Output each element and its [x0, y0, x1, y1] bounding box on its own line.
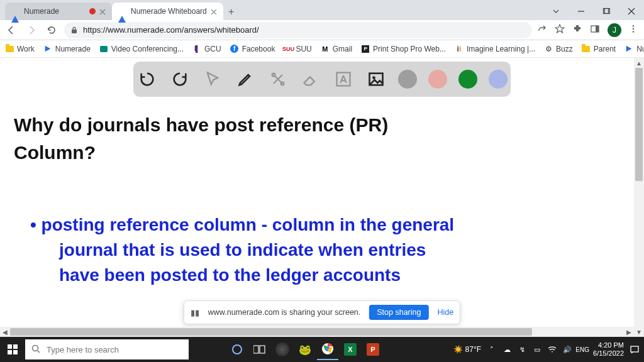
horizontal-scrollbar[interactable]: ◀ ▶ — [0, 327, 634, 337]
bookmark-numerade-portal[interactable]: Numerade Portal — [625, 45, 644, 53]
close-window-button[interactable] — [619, 3, 644, 20]
language-icon[interactable]: ENG — [578, 345, 587, 354]
bluetooth-icon[interactable]: ↯ — [518, 345, 526, 354]
color-grey[interactable] — [398, 70, 417, 89]
scroll-thumb[interactable] — [10, 328, 532, 336]
browser-tab-numerade[interactable]: Numerade — [5, 3, 112, 20]
vertical-scrollbar[interactable]: ▲ ▼ — [634, 58, 644, 337]
start-button[interactable] — [0, 337, 25, 362]
browser-tab-whiteboard[interactable]: Numerade Whiteboard — [112, 3, 223, 20]
svg-point-18 — [233, 345, 242, 354]
bookmark-gmail[interactable]: MGmail — [321, 45, 352, 53]
pen-tool[interactable] — [235, 69, 256, 90]
text-tool[interactable] — [333, 69, 354, 90]
bookmark-numerade[interactable]: Numerade — [43, 45, 91, 53]
bookmark-suu[interactable]: SUUSUU — [284, 45, 311, 53]
close-tab-icon[interactable] — [211, 8, 217, 14]
bookmark-gcu[interactable]: I▌GCU — [192, 45, 221, 53]
gcu-icon: I▌ — [192, 45, 201, 53]
chrome-icon[interactable] — [317, 339, 338, 360]
system-tray: ☀️ 87°F ˄ ☁ ↯ ▭ 🔊 ENG 4:20 PM 6/15/2022 — [453, 341, 644, 357]
excel-icon[interactable]: X — [340, 339, 361, 360]
numerade-icon — [43, 45, 52, 53]
scroll-track[interactable] — [634, 68, 644, 327]
bookmark-video-conferencing[interactable]: Video Conferencing... — [99, 45, 184, 53]
redo-button[interactable] — [169, 69, 191, 90]
hide-share-bar-button[interactable]: Hide — [437, 308, 453, 317]
star-icon[interactable] — [555, 24, 565, 36]
back-button[interactable] — [4, 23, 19, 38]
scroll-up-icon[interactable]: ▲ — [634, 58, 644, 68]
scroll-down-icon[interactable]: ▼ — [634, 327, 644, 337]
bookmark-printshop[interactable]: PPrint Shop Pro Web... — [361, 45, 446, 53]
gmail-icon: M — [321, 45, 330, 53]
svg-point-6 — [633, 28, 635, 30]
svg-point-12 — [372, 76, 375, 79]
new-tab-button[interactable]: + — [223, 4, 240, 20]
tab-title: Numerade — [24, 7, 86, 16]
svg-rect-16 — [13, 350, 18, 354]
sun-icon: ☀️ — [453, 345, 463, 354]
app-icon[interactable]: 🐸 — [294, 339, 316, 360]
share-icon[interactable] — [537, 24, 547, 36]
clock[interactable]: 4:20 PM 6/15/2022 — [593, 341, 624, 357]
svg-rect-4 — [596, 26, 599, 32]
undo-button[interactable] — [136, 69, 158, 90]
close-tab-icon[interactable] — [99, 8, 106, 14]
printshop-icon: P — [361, 45, 370, 53]
bookmark-imagine[interactable]: iiImagine Learning |... — [455, 45, 535, 53]
powerpoint-icon[interactable]: P — [362, 339, 384, 360]
color-green[interactable] — [458, 70, 477, 89]
volume-icon[interactable]: 🔊 — [563, 345, 572, 354]
weather-widget[interactable]: ☀️ 87°F — [453, 345, 481, 354]
tray-overflow-icon[interactable]: ˄ — [487, 345, 496, 354]
color-blue[interactable] — [489, 70, 508, 89]
profile-avatar[interactable]: J — [608, 23, 621, 37]
battery-icon[interactable]: ▭ — [533, 345, 541, 354]
menu-icon[interactable] — [629, 25, 638, 36]
svg-rect-1 — [605, 9, 610, 14]
svg-rect-0 — [604, 9, 609, 14]
bookmark-parent[interactable]: Parent — [582, 45, 616, 53]
task-view-icon[interactable] — [249, 339, 270, 360]
notifications-icon[interactable] — [630, 345, 639, 354]
scroll-right-icon[interactable]: ▶ — [624, 327, 634, 337]
app-icon[interactable] — [272, 339, 293, 360]
tools-button[interactable] — [267, 69, 289, 90]
extensions-icon[interactable] — [572, 24, 582, 36]
cortana-icon[interactable] — [226, 339, 248, 360]
scroll-left-icon[interactable]: ◀ — [0, 327, 10, 337]
svg-rect-2 — [72, 30, 77, 33]
folder-icon — [5, 45, 14, 53]
taskbar-search[interactable]: Type here to search — [25, 339, 189, 359]
bookmark-facebook[interactable]: fFacebook — [230, 45, 275, 53]
onedrive-icon[interactable]: ☁ — [502, 345, 511, 354]
bookmarks-bar: Work Numerade Video Conferencing... I▌GC… — [0, 40, 644, 58]
bookmark-work[interactable]: Work — [5, 45, 35, 53]
meet-icon — [99, 45, 108, 53]
scroll-track[interactable] — [10, 327, 624, 337]
stop-sharing-button[interactable]: Stop sharing — [369, 305, 428, 320]
svg-rect-10 — [337, 73, 350, 86]
eraser-tool[interactable] — [300, 69, 321, 90]
reload-button[interactable] — [44, 23, 59, 38]
scroll-thumb[interactable] — [635, 68, 643, 181]
bookmark-buzz[interactable]: ⚙Buzz — [544, 45, 573, 53]
maximize-button[interactable] — [594, 3, 619, 20]
svg-rect-23 — [631, 346, 638, 352]
folder-icon — [582, 45, 591, 53]
imagine-icon: ii — [455, 45, 464, 53]
side-panel-icon[interactable] — [590, 24, 600, 36]
window-controls — [543, 3, 644, 20]
wifi-icon[interactable] — [548, 345, 557, 354]
numerade-icon — [118, 7, 127, 16]
svg-point-5 — [633, 25, 635, 27]
chevron-down-icon[interactable] — [543, 3, 569, 20]
image-tool[interactable] — [365, 69, 387, 90]
pointer-tool[interactable] — [202, 69, 223, 90]
minimize-button[interactable] — [569, 3, 594, 20]
color-pink[interactable] — [428, 70, 447, 89]
forward-button[interactable] — [24, 23, 39, 38]
recording-indicator-icon — [89, 8, 96, 14]
url-input[interactable]: https://www.numerade.com/answers/whitebo… — [64, 22, 532, 38]
